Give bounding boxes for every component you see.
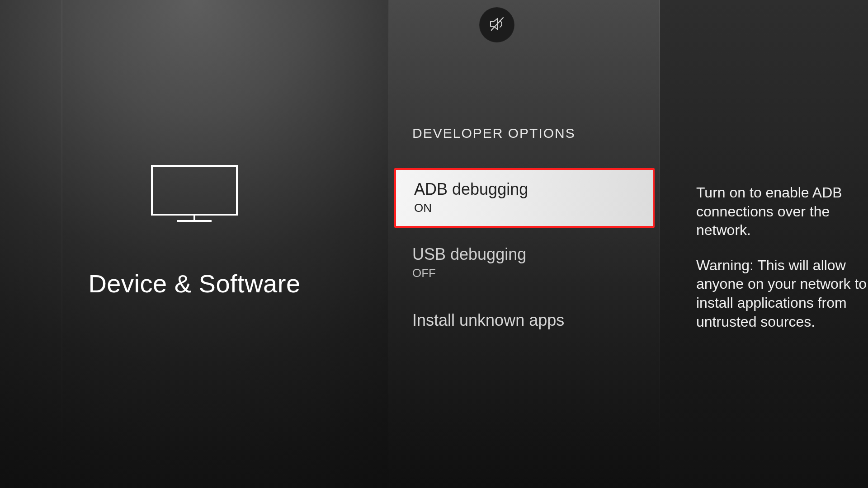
option-value: OFF — [412, 266, 637, 280]
option-usb-debugging[interactable]: USB debugging OFF — [394, 235, 655, 291]
left-title: Device & Software — [88, 269, 300, 298]
options-panel: DEVELOPER OPTIONS ADB debugging ON USB d… — [389, 0, 660, 488]
section-heading: DEVELOPER OPTIONS — [412, 126, 576, 141]
option-title: Install unknown apps — [412, 311, 637, 329]
help-paragraph-2: Warning: This will allow anyone on your … — [696, 256, 868, 331]
option-install-unknown-apps[interactable]: Install unknown apps — [394, 301, 655, 340]
help-panel: Turn on to enable ADB connections over t… — [660, 0, 868, 488]
device-block: Device & Software — [88, 163, 300, 298]
mute-badge — [479, 7, 514, 42]
left-panel: Device & Software — [0, 0, 389, 488]
option-adb-debugging[interactable]: ADB debugging ON — [394, 168, 655, 228]
option-title: USB debugging — [412, 245, 637, 263]
option-value: ON — [414, 201, 635, 215]
svg-rect-0 — [152, 166, 237, 215]
help-text: Turn on to enable ADB connections over t… — [696, 183, 868, 347]
help-paragraph-1: Turn on to enable ADB connections over t… — [696, 183, 868, 240]
settings-screen: Device & Software DEVELOPER OPTIONS ADB … — [0, 0, 868, 488]
tv-icon — [149, 163, 240, 228]
mute-icon — [487, 14, 506, 35]
option-title: ADB debugging — [414, 180, 635, 198]
